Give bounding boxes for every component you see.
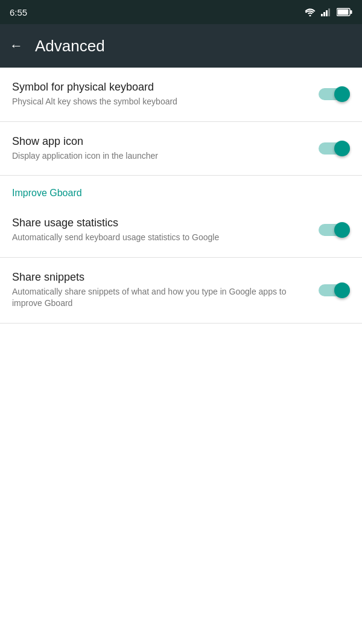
setting-text-show-app-icon: Show app icon Display application icon i… [12, 135, 319, 162]
toggle-knob-symbol-keyboard [334, 86, 350, 102]
setting-row-symbol-keyboard[interactable]: Symbol for physical keyboard Physical Al… [0, 68, 362, 122]
setting-row-share-usage[interactable]: Share usage statistics Automatically sen… [0, 203, 362, 258]
toggle-symbol-keyboard[interactable] [319, 85, 350, 103]
status-time: 6:55 [10, 7, 27, 18]
setting-text-share-snippets: Share snippets Automatically share snipp… [12, 271, 319, 310]
toggle-knob-show-app-icon [334, 141, 350, 156]
setting-title-symbol-keyboard: Symbol for physical keyboard [12, 81, 309, 94]
svg-point-0 [310, 15, 311, 17]
section-header-improve: Improve Gboard [0, 176, 362, 203]
svg-rect-1 [321, 14, 323, 16]
setting-title-show-app-icon: Show app icon [12, 135, 309, 148]
setting-row-show-app-icon[interactable]: Show app icon Display application icon i… [0, 122, 362, 176]
setting-desc-share-usage: Automatically send keyboard usage statis… [12, 232, 309, 244]
status-icons [304, 8, 352, 16]
svg-rect-6 [351, 10, 352, 14]
setting-desc-show-app-icon: Display application icon in the launcher [12, 150, 309, 162]
wifi-icon [304, 8, 316, 16]
signal-icon [321, 8, 332, 16]
setting-row-share-snippets[interactable]: Share snippets Automatically share snipp… [0, 258, 362, 324]
setting-text-symbol-keyboard: Symbol for physical keyboard Physical Al… [12, 81, 319, 108]
toggle-share-snippets[interactable] [319, 281, 350, 299]
toggle-share-usage[interactable] [319, 221, 350, 239]
svg-rect-4 [328, 8, 330, 16]
status-bar: 6:55 [0, 0, 362, 24]
svg-rect-2 [323, 12, 325, 16]
setting-desc-share-snippets: Automatically share snippets of what and… [12, 286, 309, 310]
setting-text-share-usage: Share usage statistics Automatically sen… [12, 217, 319, 244]
page-title: Advanced [35, 37, 105, 56]
section-title-improve: Improve Gboard [12, 188, 350, 199]
content: Symbol for physical keyboard Physical Al… [0, 68, 362, 324]
toolbar: ← Advanced [0, 24, 362, 68]
toggle-knob-share-snippets [334, 282, 350, 298]
back-button[interactable]: ← [10, 38, 23, 54]
setting-title-share-usage: Share usage statistics [12, 217, 309, 229]
svg-rect-3 [326, 10, 328, 16]
toggle-knob-share-usage [334, 222, 350, 238]
svg-rect-7 [338, 10, 349, 15]
setting-desc-symbol-keyboard: Physical Alt key shows the symbol keyboa… [12, 96, 309, 108]
battery-icon [337, 8, 352, 16]
toggle-show-app-icon[interactable] [319, 139, 350, 158]
setting-title-share-snippets: Share snippets [12, 271, 309, 284]
